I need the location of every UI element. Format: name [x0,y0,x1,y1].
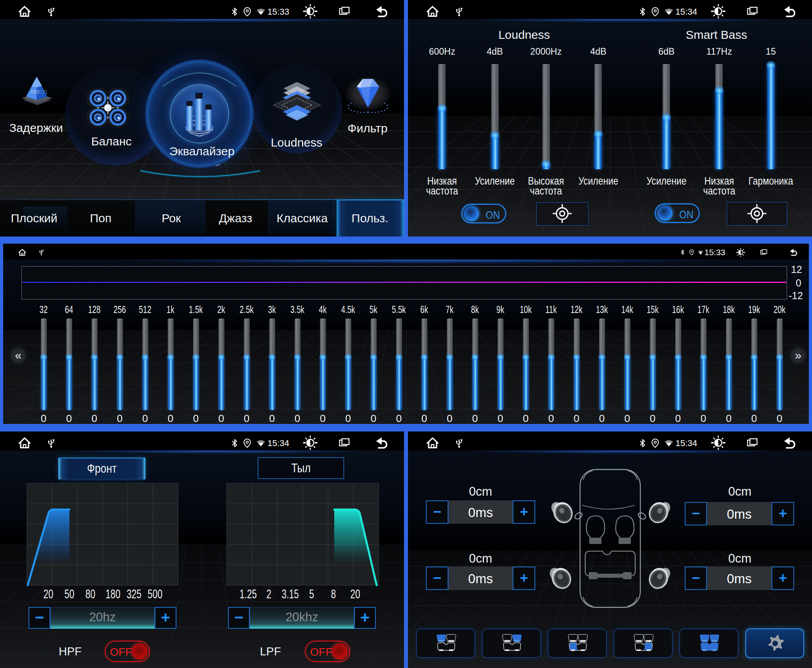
svg-text:010: 010 [31,89,39,95]
svg-text:101: 101 [40,89,48,95]
